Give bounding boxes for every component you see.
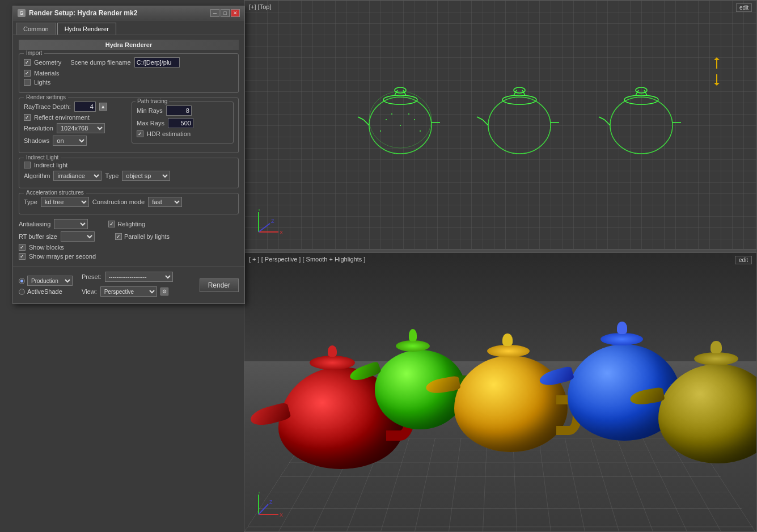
- render-setup-dialog: G Render Setup: Hydra Render mk2 ─ □ ✕ C…: [12, 6, 245, 304]
- production-radio[interactable]: [19, 278, 25, 284]
- teapot-yellow-body: [454, 356, 568, 452]
- render-mode-radio-group: Production ActiveShade: [19, 276, 73, 295]
- rt-buffer-label: RT buffer size: [19, 233, 57, 240]
- svg-text:Y: Y: [257, 209, 261, 212]
- max-rays-row: Max Rays: [137, 118, 229, 128]
- teapot-blue-lid: [600, 333, 643, 345]
- svg-line-32: [604, 120, 610, 125]
- teapot-yellow-knob: [502, 333, 513, 346]
- svg-point-17: [380, 130, 381, 132]
- lights-label: Lights: [34, 79, 50, 86]
- scene-dump-label: Scene dump filename: [70, 59, 130, 66]
- reflect-env-checkbox[interactable]: [24, 114, 31, 121]
- scene-dump-input[interactable]: [134, 57, 180, 67]
- show-blocks-checkbox[interactable]: [19, 244, 26, 251]
- svg-line-41: [259, 223, 270, 232]
- import-geometry-row: Geometry Scene dump filename: [24, 57, 234, 67]
- resolution-label: Resolution: [24, 125, 53, 132]
- geometry-checkbox[interactable]: [24, 59, 31, 66]
- dialog-body: Hydra Renderer Import Geometry Scene dum…: [13, 35, 244, 267]
- hdr-checkbox[interactable]: [137, 130, 143, 137]
- type-indirect-dropdown[interactable]: object sp: [122, 171, 170, 181]
- svg-line-33: [599, 117, 604, 120]
- parallel-lights-checkbox[interactable]: [115, 233, 122, 240]
- viewport-top-label: [+] [Top]: [249, 3, 271, 10]
- show-blocks-row: Show blocks: [19, 244, 239, 251]
- svg-line-47: [259, 504, 268, 514]
- teapots-scene: [244, 282, 756, 497]
- raytrace-depth-input[interactable]: [74, 102, 96, 112]
- render-settings-label: Render settings: [24, 94, 68, 100]
- tab-common[interactable]: Common: [16, 23, 56, 35]
- viewport-top[interactable]: [+] [Top] edit: [244, 0, 757, 250]
- geometry-label: Geometry: [34, 59, 61, 66]
- viewport-perspective[interactable]: [ + ] [ Perspective ] [ Smooth + Highlig…: [244, 252, 757, 532]
- activeshade-radio-item[interactable]: ActiveShade: [19, 288, 73, 295]
- accel-type-dropdown[interactable]: kd tree: [41, 197, 89, 207]
- dialog-bottom: Production ActiveShade Preset: ---------…: [13, 267, 244, 303]
- svg-point-15: [386, 119, 387, 120]
- titlebar-left: G Render Setup: Hydra Render mk2: [18, 9, 137, 17]
- type-indirect-label: Type: [105, 172, 119, 179]
- axes-persp-icon: X Y Z: [256, 492, 284, 520]
- svg-text:X: X: [280, 512, 283, 518]
- antialiasing-label: Antialiasing: [19, 221, 50, 227]
- lights-checkbox[interactable]: [24, 79, 31, 86]
- min-rays-row: Min Rays: [137, 105, 229, 116]
- teapot-olive-lid: [694, 352, 738, 365]
- indirect-light-label: Indirect light: [34, 162, 67, 168]
- construction-mode-dropdown[interactable]: fast: [148, 197, 182, 207]
- preset-row: Preset: --------------------: [82, 272, 195, 282]
- minimize-button[interactable]: ─: [210, 9, 219, 17]
- antialiasing-dropdown[interactable]: [54, 219, 88, 229]
- accel-type-row: Type kd tree Construction mode fast: [24, 197, 234, 207]
- teapot-yellow-lid: [487, 345, 530, 357]
- show-blocks-label: Show blocks: [29, 244, 64, 251]
- svg-point-38: [636, 87, 647, 93]
- svg-point-13: [395, 87, 406, 93]
- restore-button[interactable]: □: [221, 9, 230, 17]
- svg-point-20: [408, 113, 409, 115]
- rt-buffer-row: RT buffer size Parallel by lights: [19, 231, 239, 242]
- materials-checkbox[interactable]: [24, 70, 31, 77]
- view-dropdown[interactable]: Perspective: [100, 286, 157, 297]
- show-mrays-checkbox[interactable]: [19, 253, 26, 260]
- teapot-olive-knob: [711, 341, 722, 353]
- path-tracing-label: Path tracing: [136, 98, 169, 104]
- production-dropdown[interactable]: Production: [27, 276, 73, 286]
- close-button[interactable]: ✕: [231, 9, 240, 17]
- production-radio-item[interactable]: Production: [19, 276, 73, 286]
- view-settings-icon[interactable]: ⚙: [160, 288, 168, 295]
- preset-view-group: Preset: -------------------- View: Persp…: [82, 272, 195, 299]
- dialog-title: Render Setup: Hydra Render mk2: [29, 9, 137, 17]
- relighting-checkbox[interactable]: [108, 221, 115, 227]
- raytrace-depth-label: RayTrace Depth:: [24, 103, 71, 110]
- indirect-light-checkbox[interactable]: [24, 162, 31, 168]
- rt-buffer-dropdown[interactable]: [61, 231, 95, 242]
- preset-label: Preset:: [82, 273, 102, 280]
- hdr-row: HDR estimation: [137, 130, 229, 137]
- viewport-persp-corner-edit[interactable]: edit: [735, 256, 752, 264]
- import-materials-row: Materials: [24, 70, 234, 77]
- viewport-persp-label: [ + ] [ Perspective ] [ Smooth + Highlig…: [249, 256, 365, 263]
- show-mrays-label: Show mrays per second: [29, 253, 96, 260]
- min-rays-input[interactable]: [166, 105, 192, 116]
- min-rays-label: Min Rays: [137, 107, 163, 114]
- resolution-dropdown[interactable]: 1024x768: [57, 123, 105, 133]
- activeshade-radio[interactable]: [19, 289, 25, 295]
- parallel-lights-label: Parallel by lights: [124, 233, 170, 240]
- raytrace-spinner-up[interactable]: ▲: [99, 103, 107, 111]
- shadows-dropdown[interactable]: on: [53, 136, 87, 146]
- window-controls[interactable]: ─ □ ✕: [210, 9, 240, 17]
- preset-dropdown[interactable]: --------------------: [105, 272, 173, 282]
- teapot-red-knob: [328, 345, 337, 357]
- accel-type-label: Type: [24, 199, 37, 205]
- algorithm-dropdown[interactable]: irradiance: [53, 171, 102, 181]
- render-button[interactable]: Render: [200, 278, 239, 292]
- viewport-top-edit[interactable]: edit: [736, 3, 752, 12]
- import-group-label: Import: [24, 50, 44, 56]
- tab-hydra-renderer[interactable]: Hydra Renderer: [57, 23, 116, 35]
- render-settings-left: RayTrace Depth: ▲ Reflect environment Re…: [24, 102, 126, 148]
- import-group: Import Geometry Scene dump filename Mate…: [19, 53, 239, 93]
- max-rays-input[interactable]: [168, 118, 193, 128]
